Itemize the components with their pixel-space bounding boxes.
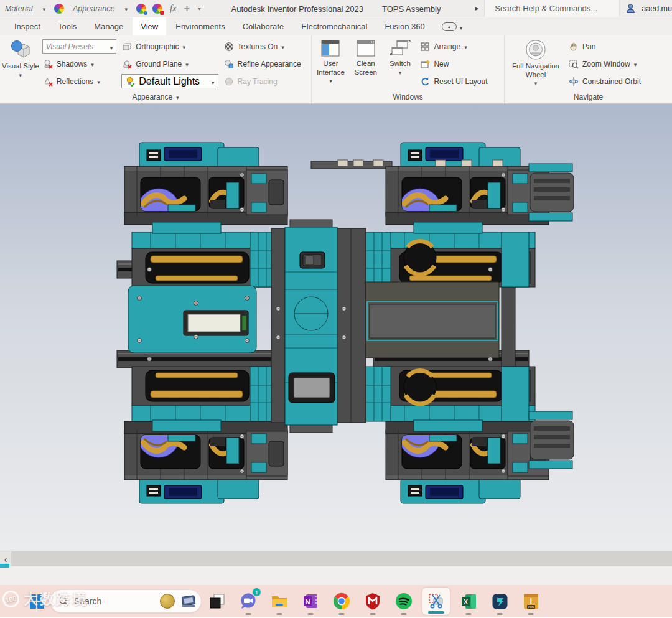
visual-style-button[interactable]: Visual Style [1, 37, 40, 90]
switch-windows-button[interactable]: Switch [383, 37, 418, 90]
user-avatar-icon[interactable] [625, 3, 636, 14]
mcafee-shield-icon [365, 592, 381, 610]
clear-appearance-overrides-icon[interactable] [152, 4, 162, 14]
parameters-fx-icon[interactable]: fx [169, 3, 178, 14]
textures-on-icon [224, 42, 234, 52]
search-highlight-coin-icon[interactable] [160, 594, 175, 609]
reset-ui-layout-label: Reset UI Layout [434, 77, 487, 86]
chevron-down-icon [460, 21, 463, 32]
title-bar: Material Appearance fx + Autodesk Invent… [0, 0, 672, 17]
reflections-icon [43, 77, 53, 87]
shadows-button[interactable]: Shadows [40, 55, 119, 73]
arrange-button[interactable]: Arrange [417, 38, 504, 55]
pan-button[interactable]: Pan [566, 38, 670, 55]
adjust-appearance-icon[interactable] [136, 4, 146, 14]
model-tops-assembly[interactable] [0, 104, 672, 551]
chevron-down-icon [176, 93, 179, 101]
taskbar-mcafee[interactable] [362, 586, 383, 616]
search-highlight-device-icon[interactable] [180, 594, 197, 609]
appearance-dropdown-value: Appearance [73, 4, 114, 13]
appearance-dropdown[interactable]: Appearance [70, 3, 130, 14]
ribbon-minimize-icon [442, 22, 457, 31]
tab-view[interactable]: View [133, 17, 166, 35]
tab-tools[interactable]: Tools [50, 17, 85, 35]
taskbar-spotify[interactable] [393, 586, 414, 616]
taskbar-task-view[interactable] [207, 586, 228, 616]
new-window-label: New [434, 60, 449, 68]
spotify-icon [395, 592, 413, 610]
document-title: TOPS Assembly [382, 4, 441, 14]
panel-label-windows[interactable]: Windows [312, 90, 504, 103]
running-indicator [308, 613, 314, 615]
chat-notification-badge: 1 [252, 588, 261, 597]
tab-manage[interactable]: Manage [86, 17, 131, 35]
full-navigation-wheel-icon [525, 39, 547, 60]
start-button[interactable] [27, 586, 46, 616]
chevron-down-icon [281, 42, 284, 51]
model-viewport[interactable] [0, 104, 672, 551]
task-view-icon [209, 593, 225, 609]
pan-label: Pan [582, 42, 595, 51]
ribbon-tab-bar: Inspect Tools Manage View Environments C… [0, 17, 672, 35]
arrange-icon [420, 42, 430, 52]
constrained-orbit-button[interactable]: Constrained Orbit [566, 73, 670, 90]
appearance-wheel-icon[interactable] [54, 4, 64, 14]
help-search-box[interactable]: Search Help & Commands... [484, 0, 620, 17]
taskbar-inventor[interactable]: I PRO [520, 586, 541, 616]
reflections-button[interactable]: Reflections [40, 73, 119, 90]
default-lights-icon [125, 77, 135, 87]
taskbar-file-explorer[interactable] [269, 586, 290, 616]
tab-collaborate[interactable]: Collaborate [235, 17, 292, 35]
refine-appearance-button[interactable]: Refine Appearance [221, 55, 311, 73]
svg-text:N: N [306, 598, 310, 606]
panel-accent-bar [0, 564, 9, 568]
running-indicator [339, 613, 345, 615]
ground-plane-button[interactable]: Ground Plane [119, 55, 220, 73]
chevron-down-icon [124, 4, 128, 13]
reset-ui-layout-button[interactable]: Reset UI Layout [417, 73, 504, 90]
search-expand-icon[interactable] [475, 4, 479, 12]
taskbar-search-box[interactable]: Search [50, 589, 202, 613]
default-lights-dropdown[interactable]: Default Lights [121, 74, 218, 88]
orthographic-button[interactable]: Orthographic [119, 38, 220, 55]
full-navigation-wheel-label: Full Navigation Wheel [506, 62, 566, 79]
clean-screen-button[interactable]: Clean Screen [348, 37, 383, 90]
taskbar-filmora[interactable] [489, 586, 510, 616]
zoom-window-button[interactable]: Zoom Window [566, 55, 670, 73]
material-dropdown[interactable]: Material [2, 3, 48, 14]
running-indicator [277, 613, 282, 615]
tab-environments[interactable]: Environments [167, 17, 233, 35]
refine-appearance-icon [224, 59, 234, 69]
reset-ui-layout-icon [420, 77, 430, 87]
panel-label-appearance[interactable]: Appearance [0, 90, 311, 103]
textures-on-button[interactable]: Textures On [221, 38, 311, 55]
user-interface-button[interactable]: User Interface [313, 37, 348, 90]
ray-tracing-button: Ray Tracing [221, 73, 311, 90]
ground-plane-icon [122, 59, 132, 69]
signed-in-user[interactable]: aaed.mu [642, 4, 672, 13]
ribbon-display-options-button[interactable] [442, 17, 463, 35]
customize-toolbar-icon[interactable] [196, 6, 203, 12]
new-window-button[interactable]: New [417, 55, 504, 73]
chevron-down-icon [329, 77, 332, 85]
shadows-label: Shadows [57, 60, 87, 68]
ray-tracing-label: Ray Tracing [238, 77, 278, 86]
tab-fusion-360[interactable]: Fusion 360 [376, 17, 432, 35]
taskbar-chat[interactable]: 1 [238, 586, 259, 616]
arrange-label: Arrange [434, 42, 460, 51]
material-dropdown-value: Material [5, 4, 32, 13]
tab-electromechanical[interactable]: Electromechanical [293, 17, 375, 35]
panel-label-navigate[interactable]: Navigate [505, 90, 672, 103]
taskbar-onenote[interactable]: N [300, 586, 321, 616]
visual-presets-dropdown[interactable]: Visual Presets [42, 39, 116, 54]
folder-icon [271, 592, 288, 610]
add-to-toolbar-icon[interactable]: + [184, 4, 190, 14]
svg-text:X: X [464, 598, 468, 605]
chevron-down-icon [110, 41, 113, 52]
taskbar-chrome[interactable] [331, 586, 352, 616]
chevron-down-icon [91, 60, 94, 68]
full-navigation-wheel-button[interactable]: Full Navigation Wheel [506, 37, 566, 90]
taskbar-snipping-tool-active[interactable] [422, 588, 450, 615]
tab-inspect[interactable]: Inspect [6, 17, 49, 35]
taskbar-excel[interactable]: X [458, 586, 479, 616]
